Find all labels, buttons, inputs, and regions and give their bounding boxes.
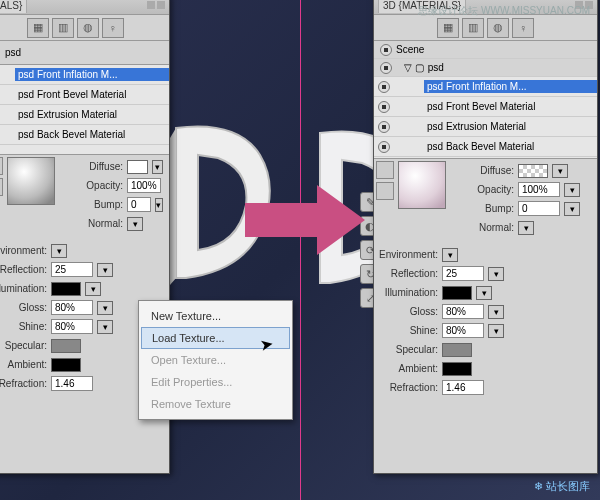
filter-scene-icon[interactable]: ▦ (437, 18, 459, 38)
texture-menu-icon[interactable]: ▾ (51, 244, 67, 258)
gloss-label: Gloss: (374, 306, 438, 317)
ambient-swatch[interactable] (442, 362, 472, 376)
texture-menu-icon[interactable]: ▾ (97, 320, 113, 334)
texture-menu-icon[interactable]: ▾ (488, 324, 504, 338)
material-layer-list: psd Front Inflation M... psd Front Bevel… (374, 77, 597, 159)
specular-swatch[interactable] (51, 339, 81, 353)
panel-titlebar[interactable]: RIALS} (0, 0, 169, 15)
psd-row[interactable]: ▽ ▢psd (374, 59, 597, 77)
materials-panel-right: 3D {MATERIALS} ▦ ▥ ◍ ♀ Scene ▽ ▢psd psd … (373, 0, 598, 474)
psd-group-label[interactable]: psd (5, 47, 21, 58)
layer-label: psd Front Inflation M... (15, 68, 169, 81)
gloss-input[interactable]: 80% (51, 300, 93, 315)
filter-scene-icon[interactable]: ▦ (27, 18, 49, 38)
texture-menu-icon[interactable]: ▾ (564, 183, 580, 197)
normal-label: Normal: (59, 218, 123, 229)
scene-row[interactable]: Scene (374, 41, 597, 59)
layer-row[interactable]: psd Front Bevel Material (0, 85, 169, 105)
texture-menu-icon[interactable]: ▾ (85, 282, 101, 296)
refraction-input[interactable]: 1.46 (51, 376, 93, 391)
specular-swatch[interactable] (442, 343, 472, 357)
layer-label: psd Front Inflation M... (424, 80, 597, 93)
texture-menu-icon[interactable]: ▾ (552, 164, 568, 178)
texture-menu-icon[interactable]: ▾ (488, 267, 504, 281)
visibility-icon[interactable] (378, 81, 390, 93)
reflection-label: Reflection: (0, 264, 47, 275)
filter-material-icon[interactable]: ◍ (77, 18, 99, 38)
bump-input[interactable]: 0 (127, 197, 151, 212)
texture-menu-icon[interactable]: ▾ (97, 301, 113, 315)
minimize-icon[interactable] (147, 1, 155, 9)
shine-input[interactable]: 80% (442, 323, 484, 338)
texture-menu-icon[interactable]: ▾ (127, 217, 143, 231)
layer-row[interactable]: psd Front Inflation M... (0, 65, 169, 85)
shine-label: Shine: (0, 321, 47, 332)
layer-row[interactable]: psd Back Bevel Material (0, 125, 169, 145)
reflection-input[interactable]: 25 (51, 262, 93, 277)
filter-mesh-icon[interactable]: ▥ (52, 18, 74, 38)
layer-row[interactable]: psd Front Inflation M... (374, 77, 597, 97)
refraction-label: Refraction: (374, 382, 438, 393)
shine-input[interactable]: 80% (51, 319, 93, 334)
preview-thumb-icon[interactable] (376, 182, 394, 200)
diffuse-swatch[interactable] (518, 164, 548, 178)
diffuse-swatch[interactable] (127, 160, 148, 174)
layer-row[interactable]: psd Front Bevel Material (374, 97, 597, 117)
visibility-icon[interactable] (378, 101, 390, 113)
preview-thumb-icon[interactable] (0, 178, 3, 196)
reflection-input[interactable]: 25 (442, 266, 484, 281)
menu-new-texture[interactable]: New Texture... (139, 305, 292, 327)
texture-menu-icon[interactable]: ▾ (97, 263, 113, 277)
visibility-icon[interactable] (380, 62, 392, 74)
preview-thumb-icon[interactable] (376, 161, 394, 179)
diffuse-label: Diffuse: (450, 165, 514, 176)
material-preview: Diffuse:▾ Opacity:100%▾ Bump:0▾ Normal:▾ (376, 161, 591, 237)
filter-light-icon[interactable]: ♀ (512, 18, 534, 38)
psd-label: psd (428, 62, 444, 73)
layer-header: psd (0, 41, 169, 65)
material-sphere-preview[interactable] (7, 157, 55, 205)
layer-row[interactable]: psd Back Bevel Material (374, 137, 597, 157)
visibility-icon[interactable] (378, 121, 390, 133)
bump-label: Bump: (59, 199, 123, 210)
filter-light-icon[interactable]: ♀ (102, 18, 124, 38)
filter-material-icon[interactable]: ◍ (487, 18, 509, 38)
refraction-input[interactable]: 1.46 (442, 380, 484, 395)
panel-tab[interactable]: RIALS} (0, 0, 27, 13)
ambient-label: Ambient: (0, 359, 47, 370)
preview-thumb-icon[interactable] (0, 157, 3, 175)
arrow-icon (245, 185, 365, 255)
opacity-input[interactable]: 100% (127, 178, 161, 193)
texture-menu-icon[interactable]: ▾ (152, 160, 163, 174)
texture-menu-icon[interactable]: ▾ (442, 248, 458, 262)
menu-remove-texture[interactable]: Remove Texture (139, 393, 292, 415)
layer-row[interactable]: psd Extrusion Material (0, 105, 169, 125)
visibility-icon[interactable] (378, 141, 390, 153)
ambient-swatch[interactable] (51, 358, 81, 372)
gloss-label: Gloss: (0, 302, 47, 313)
opacity-input[interactable]: 100% (518, 182, 560, 197)
menu-edit-properties[interactable]: Edit Properties... (139, 371, 292, 393)
layer-label: psd Extrusion Material (15, 108, 169, 121)
refraction-label: Refraction: (0, 378, 47, 389)
texture-menu-icon[interactable]: ▾ (476, 286, 492, 300)
texture-menu-icon[interactable]: ▾ (518, 221, 534, 235)
specular-label: Specular: (374, 344, 438, 355)
layer-row[interactable]: psd Extrusion Material (374, 117, 597, 137)
texture-menu-icon[interactable]: ▾ (155, 198, 163, 212)
illumination-swatch[interactable] (442, 286, 472, 300)
visibility-icon[interactable] (380, 44, 392, 56)
illumination-label: Illumination: (0, 283, 47, 294)
texture-menu-icon[interactable]: ▾ (488, 305, 504, 319)
texture-menu-icon[interactable]: ▾ (564, 202, 580, 216)
illumination-swatch[interactable] (51, 282, 81, 296)
bump-input[interactable]: 0 (518, 201, 560, 216)
gloss-input[interactable]: 80% (442, 304, 484, 319)
panel-toolbar: ▦ ▥ ◍ ♀ (374, 15, 597, 41)
material-sphere-preview[interactable] (398, 161, 446, 209)
layer-label: psd Back Bevel Material (15, 128, 169, 141)
filter-mesh-icon[interactable]: ▥ (462, 18, 484, 38)
layer-label: psd Extrusion Material (424, 120, 597, 133)
shine-label: Shine: (374, 325, 438, 336)
menu-icon[interactable] (157, 1, 165, 9)
